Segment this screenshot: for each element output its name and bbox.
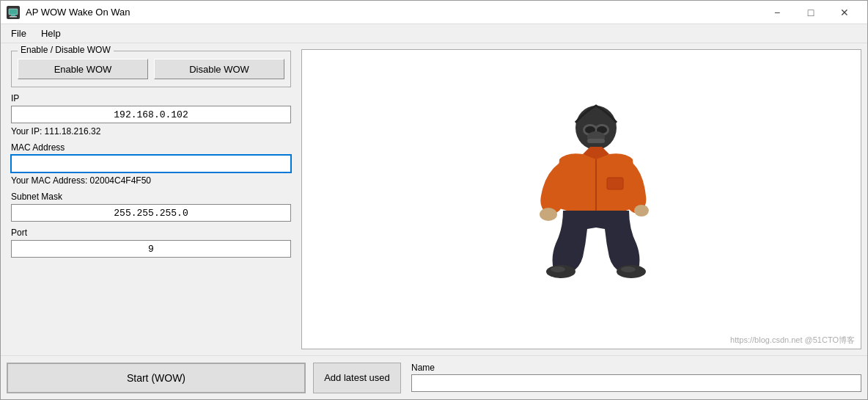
- svg-point-11: [540, 208, 557, 221]
- svg-point-16: [621, 266, 636, 272]
- port-label: Port: [11, 228, 291, 238]
- minimize-button[interactable]: −: [760, 1, 794, 24]
- figure-illustration: [501, 90, 662, 310]
- enable-wow-button[interactable]: Enable WOW: [18, 59, 148, 79]
- bottom-bar: Start (WOW) Add latest used Name: [1, 355, 867, 399]
- ip-input[interactable]: [11, 106, 291, 123]
- close-button[interactable]: ✕: [828, 1, 861, 24]
- menu-bar: File Help: [1, 24, 867, 43]
- add-latest-used-button[interactable]: Add latest used: [313, 363, 401, 393]
- window-controls: − □ ✕: [760, 1, 861, 24]
- subnet-input[interactable]: [11, 204, 291, 222]
- wow-buttons: Enable WOW Disable WOW: [18, 59, 284, 79]
- bottom-right: Add latest used Name: [306, 363, 861, 393]
- svg-point-12: [634, 205, 649, 217]
- ip-label: IP: [11, 93, 291, 103]
- group-legend: Enable / Disable WOW: [18, 45, 114, 55]
- menu-help[interactable]: Help: [34, 26, 68, 40]
- port-section: Port: [11, 228, 291, 258]
- name-field-group: Name: [411, 363, 861, 392]
- mac-label: MAC Address: [11, 142, 291, 153]
- svg-point-15: [551, 266, 565, 272]
- menu-file[interactable]: File: [4, 26, 34, 40]
- svg-rect-1: [11, 15, 15, 16]
- main-window: AP WOW Wake On Wan − □ ✕ File Help Enabl…: [0, 0, 868, 400]
- your-ip-text: Your IP: 111.18.216.32: [11, 126, 291, 137]
- maximize-button[interactable]: □: [794, 1, 828, 24]
- app-icon: [7, 6, 20, 19]
- left-panel: Enable / Disable WOW Enable WOW Disable …: [1, 43, 301, 355]
- start-wow-button[interactable]: Start (WOW): [7, 363, 306, 393]
- mac-section: MAC Address Your MAC Address: 02004C4F4F…: [11, 142, 291, 186]
- port-input[interactable]: [11, 240, 291, 258]
- main-content: Enable / Disable WOW Enable WOW Disable …: [1, 43, 867, 355]
- watermark: https://blog.csdn.net @51CTO博客: [730, 335, 855, 346]
- svg-rect-9: [587, 139, 605, 143]
- subnet-label: Subnet Mask: [11, 192, 291, 202]
- enable-disable-group: Enable / Disable WOW Enable WOW Disable …: [11, 51, 291, 87]
- title-bar: AP WOW Wake On Wan − □ ✕: [1, 1, 867, 24]
- svg-rect-18: [607, 178, 623, 189]
- ip-section: IP Your IP: 111.18.216.32: [11, 93, 291, 137]
- mac-input[interactable]: [11, 155, 291, 172]
- your-mac-text: Your MAC Address: 02004C4F4F50: [11, 175, 291, 186]
- name-input[interactable]: [411, 374, 861, 392]
- disable-wow-button[interactable]: Disable WOW: [154, 59, 284, 79]
- svg-rect-2: [10, 16, 17, 18]
- name-label: Name: [411, 363, 861, 373]
- subnet-section: Subnet Mask: [11, 192, 291, 222]
- right-panel: https://blog.csdn.net @51CTO博客: [301, 43, 867, 355]
- window-title: AP WOW Wake On Wan: [26, 7, 760, 18]
- svg-rect-0: [9, 9, 18, 15]
- image-box: https://blog.csdn.net @51CTO博客: [301, 49, 861, 349]
